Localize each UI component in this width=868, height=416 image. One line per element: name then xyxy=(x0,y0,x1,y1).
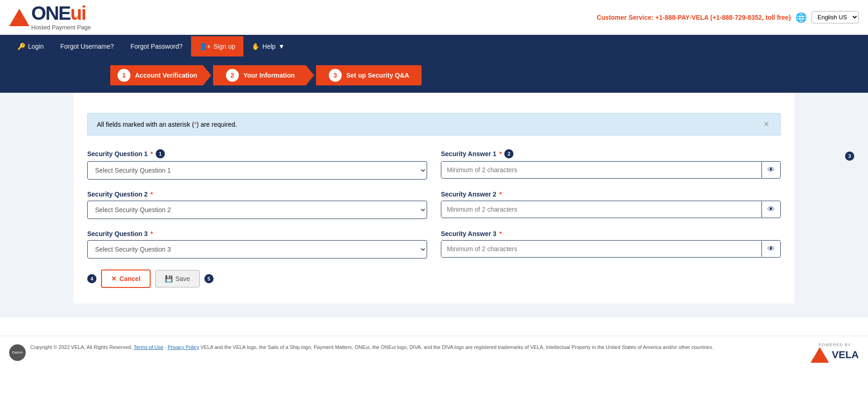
security-question-3-group: Security Question 3 * Select Security Qu… xyxy=(87,230,427,259)
globe-icon: 🌐 xyxy=(795,12,807,23)
language-select[interactable]: English US xyxy=(812,11,859,23)
logo-brand-ui: ui xyxy=(70,4,85,23)
answer-2-wrapper: 👁 xyxy=(441,201,781,218)
nav-bar: 🔑 Login Forgot Username? Forgot Password… xyxy=(0,35,868,58)
security-answer-2-input[interactable] xyxy=(441,201,761,218)
toggle-visibility-1-button[interactable]: 👁 xyxy=(761,162,780,178)
save-icon: 💾 xyxy=(165,275,173,282)
cancel-button[interactable]: ✕ Cancel xyxy=(101,270,151,288)
top-bar: ONE ui Hosted Payment Page Customer Serv… xyxy=(0,0,868,35)
security-question-1-group: Security Question 1 * 1 Select Security … xyxy=(87,149,427,180)
security-question-2-select[interactable]: Select Security Question 2 xyxy=(87,201,427,219)
required-star-a1: * xyxy=(499,150,502,157)
nav-forgot-password[interactable]: Forgot Password? xyxy=(122,36,191,56)
login-icon: 🔑 xyxy=(17,43,25,50)
required-star-3: * xyxy=(150,230,152,237)
security-answer-3-group: Security Answer 3 * 👁 xyxy=(441,230,781,259)
toggle-visibility-3-button[interactable]: 👁 xyxy=(761,241,780,257)
answer-1-wrapper: 👁 xyxy=(441,161,781,179)
logo-brand: ONE xyxy=(31,4,70,23)
datum-logo: Datum xyxy=(9,344,26,361)
help-badge-1[interactable]: 1 xyxy=(156,149,165,158)
eye-icon-2: 👁 xyxy=(767,205,775,213)
alert-close-button[interactable]: ✕ xyxy=(761,120,771,129)
vela-triangle-icon xyxy=(811,347,829,363)
step-2-circle: 2 xyxy=(226,69,239,82)
security-row-3: Security Question 3 * Select Security Qu… xyxy=(87,230,781,259)
alert-box: All fields marked with an asterisk (*) a… xyxy=(87,113,781,135)
logo-area: ONE ui Hosted Payment Page xyxy=(9,4,91,31)
security-answer-2-label: Security Answer 2 * xyxy=(441,191,781,198)
step-2: 2 Your Information xyxy=(213,65,314,85)
security-question-2-label: Security Question 2 * xyxy=(87,191,427,198)
help-badge-3[interactable]: 3 xyxy=(845,152,854,161)
security-question-3-label: Security Question 3 * xyxy=(87,230,427,237)
privacy-link[interactable]: Privacy Policy xyxy=(168,344,199,350)
eye-icon-3: 👁 xyxy=(767,245,775,253)
required-star-1: * xyxy=(150,150,152,157)
step-1-circle: 1 xyxy=(118,69,130,82)
footer-left: Datum Copyright © 2022 VELA, All Rights … xyxy=(9,344,713,361)
nav-login[interactable]: 🔑 Login xyxy=(9,36,52,56)
security-row-1: Security Question 1 * 1 Select Security … xyxy=(87,149,781,180)
required-star-2: * xyxy=(150,191,152,198)
powered-by-text: POWERED BY VELA xyxy=(811,343,859,363)
required-star-a3: * xyxy=(499,230,502,237)
security-question-1-label: Security Question 1 * 1 xyxy=(87,149,427,158)
help-badge-5[interactable]: 5 xyxy=(204,274,214,283)
step-3-circle: 3 xyxy=(329,69,342,82)
top-right: Customer Service: +1-888-PAY-VELA (+1-88… xyxy=(597,11,859,23)
security-question-2-group: Security Question 2 * Select Security Qu… xyxy=(87,191,427,219)
button-row: 4 ✕ Cancel 💾 Save 5 xyxy=(87,270,781,288)
help-icon: ✋ xyxy=(252,43,259,50)
security-answer-1-input[interactable] xyxy=(441,162,761,178)
footer-right: POWERED BY VELA xyxy=(811,343,859,363)
security-answer-3-label: Security Answer 3 * xyxy=(441,230,781,237)
logo-triangle-icon xyxy=(9,9,29,26)
help-badge-2[interactable]: 2 xyxy=(504,149,513,158)
security-answer-2-group: Security Answer 2 * 👁 xyxy=(441,191,781,219)
required-star-a2: * xyxy=(499,191,502,198)
step-1-label: Account Verification xyxy=(135,72,197,79)
security-question-3-select[interactable]: Select Security Question 3 xyxy=(87,240,427,259)
save-button[interactable]: 💾 Save xyxy=(155,270,200,287)
nav-help[interactable]: ✋ Help ▼ xyxy=(243,36,293,56)
answer-3-wrapper: 👁 xyxy=(441,240,781,258)
step-3: 3 Set up Security Q&A xyxy=(316,65,422,85)
vela-logo: VELA xyxy=(811,347,859,363)
alert-message: All fields marked with an asterisk (*) a… xyxy=(97,121,237,128)
help-badge-4[interactable]: 4 xyxy=(87,274,96,283)
signup-icon: 👤+ xyxy=(199,43,211,50)
dropdown-arrow-icon: ▼ xyxy=(278,43,285,50)
step-1: 1 Account Verification xyxy=(110,65,211,85)
security-row-2: Security Question 2 * Select Security Qu… xyxy=(87,191,781,219)
nav-forgot-username[interactable]: Forgot Username? xyxy=(52,36,122,56)
footer: Datum Copyright © 2022 VELA, All Rights … xyxy=(0,336,868,369)
logo-subtitle: Hosted Payment Page xyxy=(31,24,91,31)
footer-text: Copyright © 2022 VELA, All Rights Reserv… xyxy=(30,344,713,350)
cancel-icon: ✕ xyxy=(111,275,117,282)
terms-link[interactable]: Terms of Use xyxy=(134,344,163,350)
security-answer-1-group: Security Answer 1 * 2 👁 3 xyxy=(441,149,781,180)
security-answer-1-label: Security Answer 1 * 2 xyxy=(441,149,781,158)
toggle-visibility-2-button[interactable]: 👁 xyxy=(761,202,780,217)
security-answer-3-input[interactable] xyxy=(441,241,761,257)
step-3-label: Set up Security Q&A xyxy=(346,72,409,79)
eye-icon-1: 👁 xyxy=(767,166,775,174)
nav-signup[interactable]: 👤+ Sign up xyxy=(191,36,244,56)
form-container: Security Question 1 * 1 Select Security … xyxy=(87,145,781,292)
step-2-label: Your Information xyxy=(243,72,295,79)
customer-service-text: Customer Service: +1-888-PAY-VELA (+1-88… xyxy=(597,14,791,21)
security-question-1-select[interactable]: Select Security Question 1 xyxy=(87,161,427,180)
